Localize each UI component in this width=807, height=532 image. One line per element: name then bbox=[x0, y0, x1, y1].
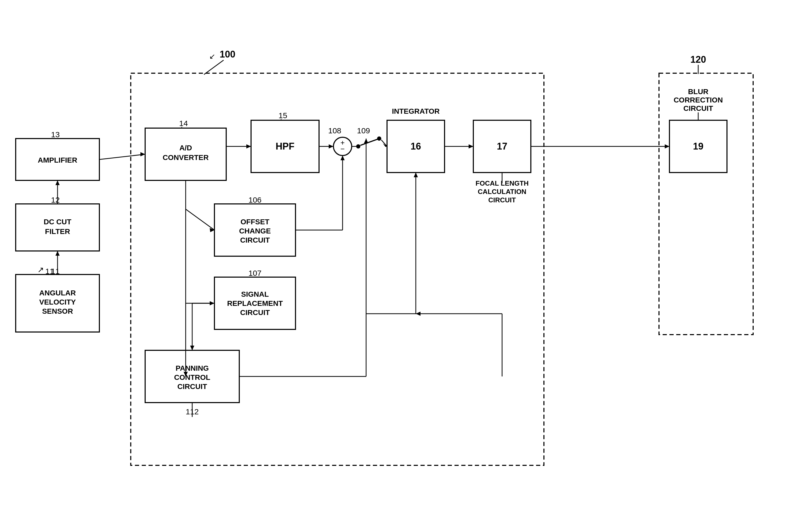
arrow-17-to-19 bbox=[665, 144, 670, 149]
svg-text:A/D: A/D bbox=[180, 144, 192, 152]
line-amp-to-adc bbox=[99, 154, 145, 159]
svg-text:REPLACEMENT: REPLACEMENT bbox=[227, 299, 283, 307]
switch-right-contact bbox=[377, 136, 381, 141]
svg-line-0 bbox=[204, 60, 224, 75]
ref-109: 109 bbox=[357, 126, 370, 135]
svg-text:SENSOR: SENSOR bbox=[42, 307, 73, 315]
svg-text:CORRECTION: CORRECTION bbox=[674, 96, 723, 104]
ref-12: 12 bbox=[51, 195, 60, 204]
svg-text:CHANGE: CHANGE bbox=[239, 227, 271, 235]
svg-text:OFFSET: OFFSET bbox=[241, 218, 269, 226]
ref-14: 14 bbox=[179, 119, 188, 128]
arrow-hpf-to-sum bbox=[329, 144, 333, 149]
svg-text:CALCULATION: CALCULATION bbox=[478, 188, 526, 195]
arrow-offset-to-sum bbox=[340, 155, 345, 160]
arrow-17-to-panning bbox=[416, 311, 420, 316]
svg-text:CONTROL: CONTROL bbox=[174, 373, 210, 381]
ref-120: 120 bbox=[690, 54, 706, 65]
svg-text:−: − bbox=[340, 145, 345, 153]
arrow-dccut-to-amp bbox=[55, 180, 60, 185]
svg-text:HPF: HPF bbox=[276, 141, 295, 152]
ref-108: 108 bbox=[328, 126, 341, 135]
ref-107: 107 bbox=[248, 269, 262, 278]
arrow-amp-to-adc bbox=[140, 152, 145, 156]
ref-100-arrow-tick: ↙ bbox=[209, 52, 215, 60]
svg-text:19: 19 bbox=[693, 141, 703, 152]
arrow-panning-to-int bbox=[414, 173, 418, 177]
svg-text:CIRCUIT: CIRCUIT bbox=[240, 308, 270, 317]
svg-text:FILTER: FILTER bbox=[45, 227, 70, 235]
arrow-sensor-to-dccut bbox=[55, 251, 60, 256]
arrow-adc-to-hpf bbox=[246, 144, 251, 149]
angular-velocity-label: ANGULAR bbox=[39, 289, 76, 297]
svg-text:CONVERTER: CONVERTER bbox=[163, 153, 209, 162]
svg-text:↗: ↗ bbox=[37, 265, 44, 274]
ref-100: 100 bbox=[220, 49, 236, 60]
integrator-label: INTEGRATOR bbox=[392, 107, 440, 115]
svg-text:CIRCUIT: CIRCUIT bbox=[683, 104, 713, 112]
svg-text:DC CUT: DC CUT bbox=[44, 218, 71, 226]
arrow-panning-to-switch bbox=[364, 138, 368, 143]
ref-106: 106 bbox=[248, 195, 262, 204]
svg-text:PANNING: PANNING bbox=[175, 364, 209, 372]
svg-text:AMPLIFIER: AMPLIFIER bbox=[38, 156, 77, 164]
svg-text:SIGNAL: SIGNAL bbox=[241, 290, 269, 298]
diagram-container: 100 ↙ 120 ANGULAR VELOCITY SENSOR 11 ↗ 1… bbox=[0, 0, 807, 532]
line-switch-to-int bbox=[381, 140, 387, 146]
svg-text:16: 16 bbox=[411, 141, 421, 152]
blur-correction-dashed-box bbox=[659, 73, 753, 335]
arrow-sig-to-panning bbox=[190, 346, 194, 350]
line-adc-to-offset-h bbox=[186, 209, 214, 230]
svg-text:17: 17 bbox=[497, 141, 507, 152]
ref-13: 13 bbox=[51, 130, 60, 139]
svg-text:VELOCITY: VELOCITY bbox=[39, 298, 76, 306]
svg-text:CIRCUIT: CIRCUIT bbox=[177, 382, 207, 391]
svg-text:11: 11 bbox=[51, 267, 60, 276]
arrow-int-to-17 bbox=[469, 144, 473, 149]
svg-text:CIRCUIT: CIRCUIT bbox=[240, 236, 270, 244]
svg-text:CIRCUIT: CIRCUIT bbox=[488, 196, 516, 204]
switch-arm bbox=[360, 139, 378, 145]
blur-correction-label: BLUR bbox=[688, 88, 708, 96]
ref-15: 15 bbox=[279, 111, 287, 120]
